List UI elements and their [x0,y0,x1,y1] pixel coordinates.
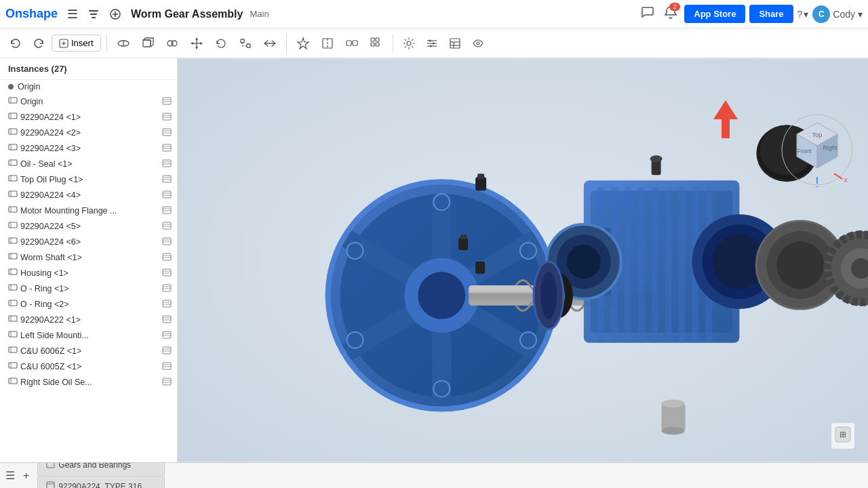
tabs-list: AssemblyCasingGears and Bearings92290A22… [37,462,165,488]
part-action-13[interactable] [162,299,172,310]
viewport[interactable]: Top Front Right Z X ⊞ [178,58,868,462]
red-arrow-indicator [712,99,739,146]
redo-button[interactable] [28,35,49,52]
box-tool[interactable] [137,34,159,53]
part-action-3[interactable] [162,143,172,154]
svg-rect-75 [163,176,171,182]
part-action-11[interactable] [162,268,172,279]
chat-button[interactable] [638,3,657,25]
settings-tool[interactable] [399,35,419,52]
part-action-16[interactable] [162,346,172,357]
svg-rect-221 [47,462,54,468]
filter-icon[interactable] [85,7,102,22]
add-tab-button[interactable]: + [20,468,32,483]
svg-rect-103 [9,269,17,274]
onshape-logo[interactable]: Onshape [5,7,58,21]
tab-actions: ☰ + [3,468,32,483]
appstore-button[interactable]: App Store [684,5,745,23]
svg-rect-223 [47,482,54,488]
align-tool[interactable] [235,34,256,53]
part-label-16: C&U 6006Z <1> [20,346,159,356]
user-menu-button[interactable]: C Cody ▾ [812,5,863,23]
insert-button[interactable]: Insert [52,35,101,52]
sidebar-item-14[interactable]: 92290A222 <1> [0,312,177,327]
sidebar-item-5[interactable]: Top Oil Plug <1> [0,171,177,187]
part-action-15[interactable] [162,330,172,341]
notifications-button[interactable]: 2 [661,3,680,25]
svg-rect-33 [376,38,379,41]
rotate-tool[interactable] [210,34,232,53]
part-action-12[interactable] [162,283,172,294]
sidebar-item-9[interactable]: 92290A224 <6> [0,234,177,249]
tab-menu-button[interactable]: ☰ [3,468,18,483]
plane-tool[interactable] [113,34,134,53]
part-action-17[interactable] [162,361,172,372]
part-action-5[interactable] [162,174,172,185]
sidebar-item-3[interactable]: 92290A224 <3> [0,140,177,156]
part-action-8[interactable] [162,221,172,232]
share-button[interactable]: Share [749,5,793,23]
sidebar-item-18[interactable]: Right Side Oil Se... [0,374,177,390]
svg-rect-35 [376,43,379,46]
sidebar-item-12[interactable]: O - Ring <1> [0,281,177,296]
part-label-12: O - Ring <1> [20,284,159,293]
svg-rect-85 [163,207,171,214]
help-button[interactable]: ? ▾ [797,9,809,20]
part-label-14: 92290A222 <1> [20,315,159,325]
add-parts-icon[interactable] [106,7,124,22]
svg-point-41 [432,42,434,44]
sidebar-item-17[interactable]: C&U 6005Z <1> [0,359,177,374]
part-action-7[interactable] [162,205,172,216]
move-tool[interactable] [186,34,208,53]
sidebar-item-13[interactable]: O - Ring <2> [0,296,177,312]
hamburger-menu[interactable]: ☰ [64,5,81,23]
sidebar-item-1[interactable]: 92290A224 <1> [0,109,177,125]
part-action-10[interactable] [162,252,172,263]
mate-tool[interactable] [161,34,183,53]
svg-rect-110 [163,285,171,291]
explode-tool[interactable] [292,34,314,53]
undo-button[interactable] [5,35,26,52]
svg-point-154 [520,332,536,348]
sidebar-item-4[interactable]: Oil - Seal <1> [0,156,177,171]
svg-rect-1 [90,14,97,15]
sidebar-item-origin[interactable]: Origin [0,80,177,94]
part-action-9[interactable] [162,237,172,247]
part-action-0[interactable] [162,96,172,107]
part-label-18: Right Side Oil Se... [20,378,159,387]
origin-icon [8,84,14,89]
sidebar-item-0[interactable]: Origin [0,94,177,109]
view-tool[interactable] [468,35,488,52]
part-action-14[interactable] [162,314,172,325]
sidebar-item-11[interactable]: Housing <1> [0,265,177,281]
tab-92290a224_type-316-...[interactable]: 92290A224_TYPE 316 ... [37,476,165,489]
sidebar-item-8[interactable]: 92290A224 <5> [0,218,177,234]
svg-rect-98 [9,253,17,259]
config-tool[interactable] [422,35,442,52]
view-controls[interactable]: ⊞ [831,423,854,449]
tab-gears-and-bearings[interactable]: Gears and Bearings [37,462,165,476]
svg-rect-29 [347,41,351,45]
sidebar-item-16[interactable]: C&U 6006Z <1> [0,343,177,359]
part-icon-4 [8,158,18,169]
group-tool[interactable] [341,34,363,53]
svg-rect-105 [163,269,171,276]
sidebar-item-2[interactable]: 92290A224 <2> [0,125,177,140]
flip-tool[interactable] [259,34,281,53]
pattern-tool[interactable] [366,34,387,53]
part-action-1[interactable] [162,112,172,123]
section-tool[interactable] [317,34,338,53]
sidebar-item-7[interactable]: Motor Mounting Flange ... [0,203,177,218]
sidebar-item-10[interactable]: Worm Shaft <1> [0,249,177,265]
tab-label-2: Gears and Bearings [58,462,131,470]
bom-tool[interactable] [445,35,465,52]
part-action-6[interactable] [162,190,172,201]
orientation-cube[interactable]: Top Front Right Z X [780,113,854,187]
svg-rect-123 [9,331,17,337]
sidebar-item-6[interactable]: 92290A224 <4> [0,187,177,203]
part-action-4[interactable] [162,159,172,169]
part-action-18[interactable] [162,377,172,388]
sidebar-item-15[interactable]: Left Side Mounti... [0,327,177,343]
part-action-2[interactable] [162,127,172,138]
model-view[interactable] [178,58,868,462]
